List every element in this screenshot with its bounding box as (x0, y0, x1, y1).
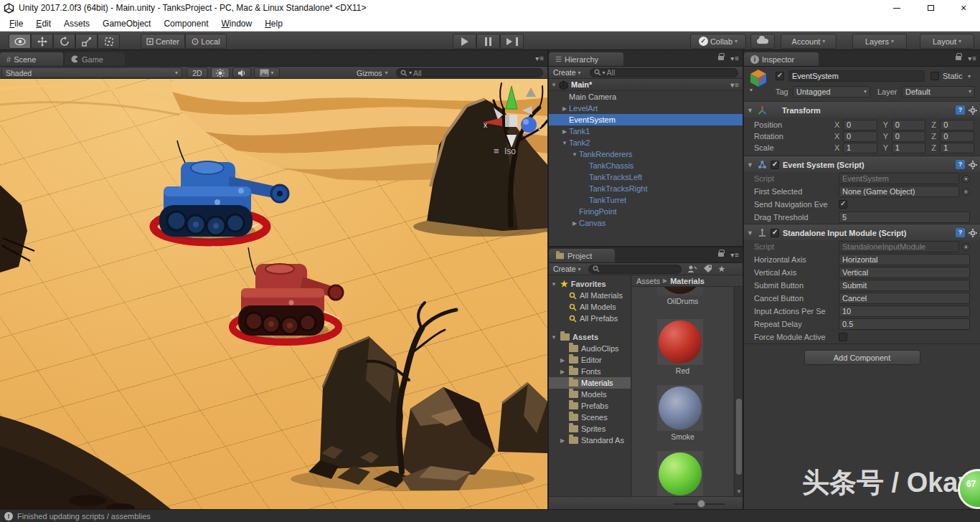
tab-game[interactable]: Game (65, 52, 125, 66)
effects-dropdown-button[interactable]: ▾ (254, 67, 280, 78)
arrow-icon[interactable]: ▼ (550, 281, 557, 288)
collab-button[interactable]: ✓ Collab▾ (690, 34, 746, 49)
divider[interactable] (743, 50, 744, 509)
menu-item-help[interactable]: Help (258, 17, 289, 30)
scroll-down-arrow-icon[interactable]: ▼ (736, 488, 742, 495)
object-picker-icon[interactable] (962, 188, 970, 196)
hierarchy-item-tank1[interactable]: ▶Tank1 (549, 125, 743, 137)
hierarchy-item-levelart[interactable]: ▶LevelArt (549, 103, 743, 114)
project-tree-item-fonts[interactable]: ▶Fonts (549, 366, 631, 377)
arrow-expanded-icon[interactable]: ▼ (560, 140, 569, 146)
hierarchy-item-tanktracksright[interactable]: TankTracksRight (549, 183, 743, 194)
pivot-mode-button[interactable]: Center (141, 34, 185, 49)
foldout-arrow-icon[interactable]: ▼ (747, 229, 754, 237)
menu-item-edit[interactable]: Edit (29, 17, 57, 30)
hand-tool-button[interactable] (9, 34, 31, 49)
hierarchy-item-tankchassis[interactable]: TankChassis (549, 160, 743, 171)
object-picker-icon[interactable] (962, 243, 970, 251)
transform-rotation-x-field[interactable]: 0 (843, 131, 877, 142)
gameobject-name-field[interactable]: EventSystem (788, 70, 925, 82)
foldout-arrow-icon[interactable]: ▼ (747, 161, 754, 169)
transform-position-x-field[interactable]: 0 (843, 120, 877, 130)
lock-icon[interactable] (718, 56, 724, 60)
component-enabled-checkbox[interactable] (771, 229, 779, 237)
project-tree-item-prefabs[interactable]: Prefabs (549, 400, 631, 412)
project-tree-item-sprites[interactable]: Sprites (549, 423, 631, 435)
project-tree-item-all-materials[interactable]: All Materials (549, 290, 631, 301)
property-field[interactable]: Cancel (839, 293, 970, 304)
property-field[interactable]: StandaloneInputModule (839, 241, 959, 252)
arrow-collapsed-icon[interactable]: ▶ (560, 128, 569, 135)
component-enabled-checkbox[interactable] (771, 161, 779, 169)
help-icon[interactable]: ? (956, 160, 965, 169)
transform-scale-y-field[interactable]: 1 (892, 143, 926, 153)
project-scrollbar[interactable]: ▼ (734, 287, 743, 496)
layout-dropdown[interactable]: Layout▾ (920, 34, 974, 49)
project-create-button[interactable]: Create▾ (549, 265, 585, 273)
hierarchy-create-button[interactable]: Create▾ (549, 68, 585, 77)
transform-header[interactable]: ▼ Transform ? (744, 102, 980, 118)
menu-item-gameobject[interactable]: GameObject (96, 17, 157, 30)
static-dropdown-arrow[interactable]: ▾ (968, 73, 971, 80)
2d-toggle-button[interactable]: 2D (187, 67, 208, 78)
project-tree-item-materials[interactable]: Materials (549, 377, 631, 389)
foldout-arrow-icon[interactable]: ▼ (747, 107, 754, 114)
property-field[interactable]: None (Game Object) (839, 186, 959, 197)
zoom-slider-knob[interactable] (697, 500, 705, 508)
project-tree-item-favorites[interactable]: ▼★Favorites (549, 278, 631, 290)
breadcrumb-root[interactable]: Assets (636, 277, 660, 285)
menu-item-window[interactable]: Window (215, 17, 258, 30)
tab-scene[interactable]: # Scene (0, 52, 63, 66)
hierarchy-item-tank2[interactable]: ▼Tank2 (549, 137, 743, 148)
property-field[interactable]: 0.5 (839, 318, 970, 330)
transform-scale-z-field[interactable]: 1 (940, 143, 974, 153)
arrow-icon[interactable]: ▶ (559, 357, 566, 364)
project-tree-item-audioclips[interactable]: AudioClips (549, 343, 631, 354)
pane-menu-icon[interactable]: ▾≡ (730, 251, 740, 259)
favorites-filter-icon[interactable]: ★ (718, 264, 726, 274)
material-green[interactable] (657, 451, 703, 496)
status-bar[interactable]: ! Finished updating scripts / assemblies (0, 509, 980, 522)
scene-viewport[interactable]: x y z ≡ Iso (0, 79, 547, 509)
help-icon[interactable]: ? (956, 228, 965, 237)
rotate-tool-button[interactable] (53, 34, 75, 49)
move-tool-button[interactable] (31, 34, 53, 49)
component-header[interactable]: ▼Standalone Input Module (Script)? (744, 224, 980, 240)
lighting-toggle-button[interactable] (211, 67, 230, 78)
property-field[interactable]: 5 (839, 212, 970, 223)
help-icon[interactable]: ? (956, 105, 965, 115)
scale-tool-button[interactable] (75, 34, 98, 49)
project-tree-item-assets[interactable]: ▼Assets (549, 331, 631, 343)
property-field[interactable]: Horizontal (839, 254, 970, 265)
projection-toggle[interactable]: ≡ Iso (494, 146, 516, 156)
tab-project[interactable]: Project (549, 249, 615, 262)
scrollbar-thumb[interactable] (736, 399, 742, 475)
hierarchy-item-eventsystem[interactable]: EventSystem (549, 114, 743, 125)
arrow-expanded-icon[interactable]: ▼ (570, 151, 579, 158)
property-checkbox[interactable] (839, 200, 847, 209)
arrow-icon[interactable]: ▶ (559, 369, 566, 375)
component-header[interactable]: ▼Event System (Script)? (744, 156, 980, 172)
close-button[interactable]: × (947, 0, 980, 16)
transform-scale-x-field[interactable]: 1 (843, 143, 877, 153)
gear-icon[interactable] (969, 161, 977, 169)
property-field[interactable]: Vertical (839, 267, 970, 278)
project-tree-item-all-prefabs[interactable]: All Prefabs (549, 313, 631, 324)
menu-item-component[interactable]: Component (157, 17, 215, 30)
rect-tool-button[interactable] (98, 34, 120, 49)
property-field[interactable]: EventSystem (839, 173, 959, 184)
property-field[interactable]: 10 (839, 305, 970, 317)
hierarchy-search-input[interactable]: ▾All (590, 68, 738, 77)
project-tree-item-all-models[interactable]: All Models (549, 301, 631, 313)
lock-icon[interactable] (718, 252, 724, 257)
audio-toggle-button[interactable] (232, 67, 251, 78)
search-by-label-icon[interactable] (703, 265, 712, 273)
menu-item-file[interactable]: File (3, 17, 29, 30)
arrow-icon[interactable]: ▶ (559, 437, 566, 444)
hierarchy-item-tanktracksleft[interactable]: TankTracksLeft (549, 171, 743, 183)
scene-row-menu-icon[interactable]: ▾≡ (730, 81, 740, 89)
hierarchy-item-tankturret[interactable]: TankTurret (549, 194, 743, 206)
pane-menu-icon[interactable]: ▾≡ (968, 54, 977, 62)
red-tank[interactable] (231, 247, 343, 343)
property-field[interactable]: Submit (839, 280, 970, 291)
